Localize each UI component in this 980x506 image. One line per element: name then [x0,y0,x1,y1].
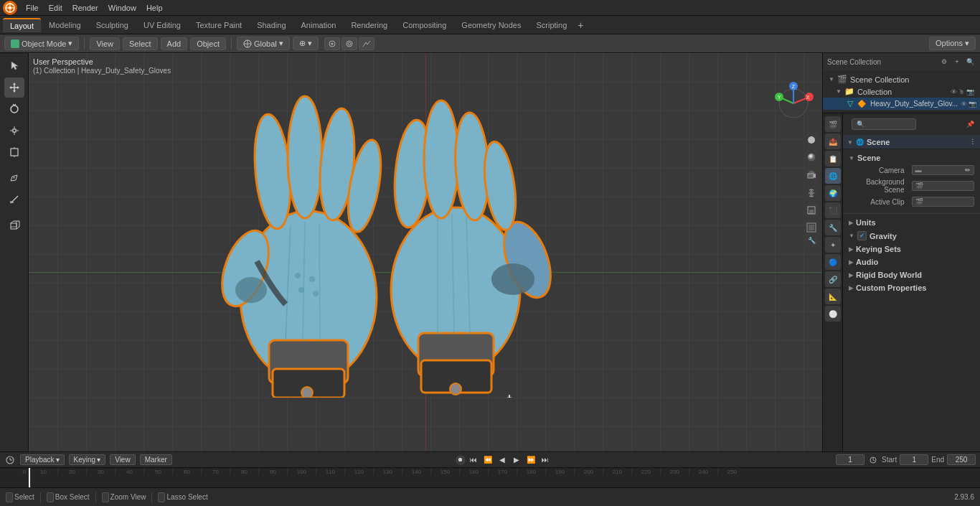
menu-file[interactable]: File [22,2,43,14]
collection-restrict-view[interactable]: 👁 [951,88,957,95]
outliner-row-scene-collection[interactable]: ▼ 🎬 Scene Collection [823,73,980,85]
current-frame-input[interactable] [836,454,864,465]
object-restrict-view[interactable]: 👁 [961,100,967,108]
props-tab-particles[interactable]: ✦ [825,237,841,253]
play-reverse-btn[interactable]: ◀ [496,454,509,467]
timeline-view-btn[interactable]: View [110,454,136,465]
camera-edit-icon[interactable]: ✏ [965,167,971,174]
start-frame-input[interactable] [900,454,928,465]
props-tab-data[interactable]: 📐 [825,289,841,304]
props-tab-world[interactable]: 🌍 [825,185,841,201]
tool-annotate[interactable] [4,168,24,188]
props-pin-btn[interactable]: 📌 [964,118,976,130]
object-restrict-render[interactable]: 📷 [969,100,976,108]
tool-add-cube[interactable] [4,215,24,235]
menu-render[interactable]: Render [68,2,103,14]
object-menu-btn[interactable]: Object [190,37,226,50]
props-tab-material[interactable]: ⚪ [825,306,841,322]
camera-value[interactable]: ▬ ✏ [912,165,975,175]
toggle-render-region[interactable] [804,202,819,218]
outliner-row-object[interactable]: ▽ 🔶 Heavy_Duty_Safety_Glov... 👁 📷 [823,98,980,110]
collection-restrict-select[interactable]: 🖱 [958,88,965,95]
jump-to-end-btn[interactable]: ⏭ [539,454,552,467]
transform-selector[interactable]: Global▾ [237,37,290,50]
keying-sets-section-header[interactable]: ▶ Keying Sets [843,243,980,256]
timeline-track[interactable]: 0 10 20 30 40 50 60 70 80 90 100 110 120… [0,468,980,487]
tool-measure[interactable] [4,189,24,210]
viewport-shading-solid[interactable] [804,132,819,148]
audio-section-header[interactable]: ▶ Audio [843,256,980,268]
gravity-section-header[interactable]: ▼ ✓ Gravity [843,229,980,243]
proportional-edit-toggle[interactable] [341,37,357,50]
tab-layout[interactable]: Layout [3,18,41,32]
mode-selector[interactable]: Object Mode ▾ [4,37,79,50]
toggle-camera-view[interactable] [804,168,819,184]
props-tab-modifier[interactable]: 🔧 [825,220,841,235]
viewport-shading-material[interactable] [804,149,819,165]
props-search-input[interactable] [852,118,916,130]
tool-move[interactable] [4,78,24,98]
tab-compositing[interactable]: Compositing [395,19,453,32]
gravity-checkbox[interactable]: ✓ [857,231,867,240]
end-frame-input[interactable] [947,454,976,465]
outliner-search-btn[interactable]: 🔍 [964,56,976,67]
tab-shading[interactable]: Shading [250,19,293,32]
prev-frame-btn[interactable]: ⏪ [481,454,494,467]
tool-rotate[interactable] [4,99,24,119]
scene-section-header[interactable]: ▼ 🌐 Scene ⋮ [843,136,980,149]
keying-btn[interactable]: Keying▾ [69,454,106,465]
jump-to-start-btn[interactable]: ⏮ [467,454,480,467]
rigid-body-section-header[interactable]: ▶ Rigid Body World [843,268,980,281]
viewport-props-filters[interactable]: 🔧 [804,233,819,248]
menu-edit[interactable]: Edit [44,2,67,14]
props-tab-render[interactable]: 🎬 [825,116,841,132]
next-frame-btn[interactable]: ⏩ [524,454,537,467]
timeline-playhead[interactable] [29,468,30,487]
collection-restrict-render[interactable]: 📷 [966,88,974,95]
snap-toggle[interactable] [324,37,340,50]
bg-scene-value[interactable]: 🎬 [912,181,975,191]
pivot-selector[interactable]: ⊕▾ [293,37,319,50]
view-menu-btn[interactable]: View [90,37,120,50]
viewport-gizmo[interactable]: X Y Z [772,82,815,125]
play-btn[interactable]: ▶ [510,454,523,467]
select-menu-btn[interactable]: Select [123,37,158,50]
props-tab-constraints[interactable]: 🔗 [825,271,841,287]
record-btn[interactable]: ⏺ [456,455,466,465]
outliner-new-collection-btn[interactable]: + [951,56,963,67]
toggle-pan[interactable] [804,185,819,201]
tab-modeling[interactable]: Modeling [42,19,88,32]
props-tab-scene[interactable]: 🌐 [825,168,841,184]
playback-btn[interactable]: Playback▾ [20,454,65,465]
menu-help[interactable]: Help [142,2,167,14]
outliner-row-collection[interactable]: ▼ 📁 Collection 👁 🖱 📷 [823,85,980,98]
options-btn[interactable]: Options ▾ [929,37,976,50]
scene-sub-header[interactable]: ▼ Scene [849,152,974,164]
outliner-filter-btn[interactable]: ⚙ [938,56,950,67]
add-workspace-btn[interactable]: + [578,19,583,31]
viewport-3d[interactable]: User Perspective (1) Collection | Heavy_… [29,53,822,451]
tool-cursor[interactable] [4,56,24,76]
props-tab-output[interactable]: 📤 [825,133,841,149]
menu-window[interactable]: Window [104,2,141,14]
tool-scale[interactable] [4,121,24,141]
tab-uv-editing[interactable]: UV Editing [136,19,188,32]
props-tab-physics[interactable]: 🔵 [825,254,841,270]
falloff-selector[interactable] [359,37,374,50]
tab-sculpting[interactable]: Sculpting [89,19,136,32]
add-menu-btn[interactable]: Add [161,37,188,50]
props-tab-view-layer[interactable]: 📋 [825,151,841,167]
tab-rendering[interactable]: Rendering [344,19,395,32]
tab-geometry-nodes[interactable]: Geometry Nodes [454,19,528,32]
active-clip-value[interactable]: 🎬 [912,197,975,207]
scene-options-icon[interactable]: ⋮ [969,139,976,146]
tab-texture-paint[interactable]: Texture Paint [189,19,249,32]
props-tab-object[interactable]: ⬛ [825,202,841,218]
units-section-header[interactable]: ▶ Units [843,216,980,229]
tab-animation[interactable]: Animation [294,19,344,32]
tool-transform[interactable] [4,142,24,162]
marker-btn[interactable]: Marker [140,454,172,465]
tab-scripting[interactable]: Scripting [529,19,574,32]
custom-props-section-header[interactable]: ▶ Custom Properties [843,281,980,294]
scene-icon: 🌐 [856,139,864,146]
